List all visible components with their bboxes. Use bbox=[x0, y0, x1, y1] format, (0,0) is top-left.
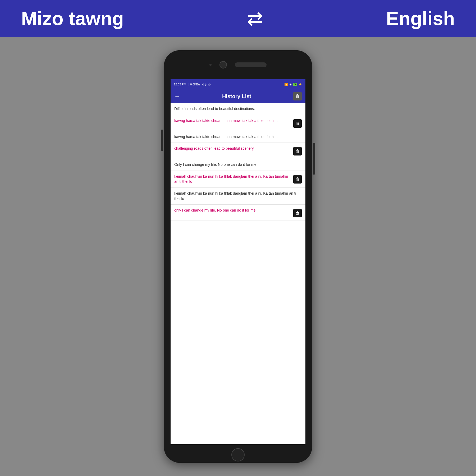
delete-item-button[interactable]: 🗑 bbox=[293, 209, 302, 217]
list-item[interactable]: challenging roads often lead to beautifu… bbox=[171, 143, 305, 159]
delete-all-icon: 🗑 bbox=[295, 94, 300, 99]
history-item-text: keimah chauhvin ka nun hi ka thlak dangl… bbox=[174, 191, 302, 201]
phone-earpiece bbox=[235, 62, 267, 67]
list-item[interactable]: only I can change my life. No one can do… bbox=[171, 205, 305, 221]
status-bar: 12:05 PM | 0.0KB/s ⊙ ▷ ◎ 📶 ⊕ 88 ⚡ bbox=[171, 79, 305, 89]
status-time: 12:05 PM bbox=[174, 83, 186, 86]
wifi-icon: ⊕ bbox=[289, 83, 292, 86]
trash-icon: 🗑 bbox=[295, 211, 300, 216]
status-data-speed: 0.0KB/s bbox=[190, 83, 200, 86]
history-item-text: Difficult roads often lead to beautiful … bbox=[174, 106, 302, 112]
target-language[interactable]: English bbox=[386, 8, 455, 29]
source-language[interactable]: Mizo tawng bbox=[21, 8, 124, 29]
charging-icon: ⚡ bbox=[299, 83, 302, 86]
delete-all-button[interactable]: 🗑 bbox=[293, 92, 302, 100]
power-button bbox=[313, 143, 315, 175]
front-camera bbox=[219, 61, 227, 68]
background-area: 12:05 PM | 0.0KB/s ⊙ ▷ ◎ 📶 ⊕ 88 ⚡ ← Hist… bbox=[0, 37, 476, 476]
volume-button bbox=[161, 130, 163, 151]
list-item[interactable]: Difficult roads often lead to beautiful … bbox=[171, 103, 305, 115]
history-item-text: Only I can change my life. No one can do… bbox=[174, 162, 302, 167]
phone-speaker bbox=[209, 64, 212, 66]
history-list[interactable]: Difficult roads often lead to beautiful … bbox=[171, 103, 305, 444]
phone-top bbox=[164, 50, 312, 79]
list-item[interactable]: keimah chauhvin ka nun hi ka thlak dangl… bbox=[171, 171, 305, 188]
trash-icon: 🗑 bbox=[295, 121, 300, 126]
phone-device: 12:05 PM | 0.0KB/s ⊙ ▷ ◎ 📶 ⊕ 88 ⚡ ← Hist… bbox=[164, 50, 312, 463]
top-bar: Mizo tawng ⇄ English bbox=[0, 0, 476, 37]
list-item[interactable]: Only I can change my life. No one can do… bbox=[171, 159, 305, 171]
list-item[interactable]: keimah chauhvin ka nun hi ka thlak dangl… bbox=[171, 188, 305, 205]
phone-screen: 12:05 PM | 0.0KB/s ⊙ ▷ ◎ 📶 ⊕ 88 ⚡ ← Hist… bbox=[171, 79, 305, 444]
history-item-text: only I can change my life. No one can do… bbox=[174, 208, 291, 213]
list-item[interactable]: kawng harsa tak takte chuan hmun mawi ta… bbox=[171, 115, 305, 131]
status-icons: 📶 ⊕ 88 ⚡ bbox=[284, 83, 302, 86]
app-toolbar: ← History List 🗑 bbox=[171, 89, 305, 103]
delete-item-button[interactable]: 🗑 bbox=[293, 147, 302, 155]
swap-icon[interactable]: ⇄ bbox=[247, 7, 263, 30]
list-item[interactable]: kawng harsa tak takte chuan hmun mawi ta… bbox=[171, 131, 305, 143]
delete-item-button[interactable]: 🗑 bbox=[293, 175, 302, 184]
toolbar-title: History List bbox=[222, 93, 251, 99]
status-time-data: 12:05 PM | 0.0KB/s ⊙ ▷ ◎ bbox=[174, 83, 211, 86]
history-item-text: kawng harsa tak takte chuan hmun mawi ta… bbox=[174, 118, 291, 123]
history-item-text: challenging roads often lead to beautifu… bbox=[174, 146, 291, 151]
delete-item-button[interactable]: 🗑 bbox=[293, 119, 302, 128]
trash-icon: 🗑 bbox=[295, 149, 300, 154]
back-button[interactable]: ← bbox=[174, 93, 180, 100]
history-item-text: kawng harsa tak takte chuan hmun mawi ta… bbox=[174, 134, 302, 140]
home-button[interactable] bbox=[231, 448, 245, 461]
trash-icon: 🗑 bbox=[295, 177, 300, 182]
history-item-text: keimah chauhvin ka nun hi ka thlak dangl… bbox=[174, 174, 291, 184]
phone-bottom bbox=[164, 447, 312, 463]
signal-icon: 📶 bbox=[284, 83, 288, 86]
battery-indicator: 88 bbox=[293, 83, 297, 86]
